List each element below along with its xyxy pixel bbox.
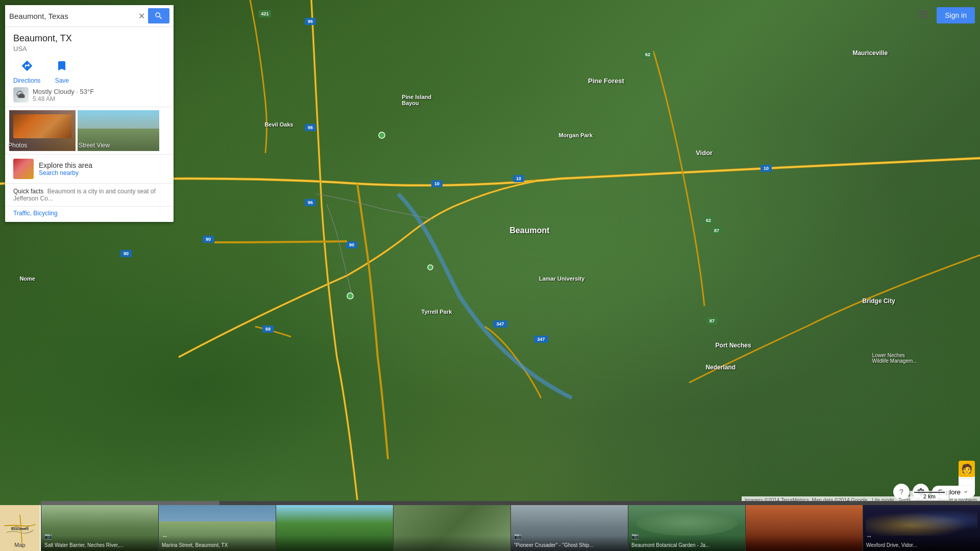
street-view-icon-8: ↔ <box>866 533 872 540</box>
explore-thumb <box>13 159 34 179</box>
scrollbar-thumb <box>41 501 219 505</box>
search-input[interactable] <box>9 12 138 20</box>
apps-button[interactable] <box>914 5 933 25</box>
photos-thumb[interactable]: Photos <box>5 110 76 151</box>
photos-strip: Photos Street View <box>5 107 174 154</box>
close-icon[interactable]: ✕ <box>138 11 145 21</box>
location-info: Beaumont, TX USA Directions Save <box>5 27 174 107</box>
explore-text: Explore this area Search nearby <box>39 161 92 177</box>
strip-item-4[interactable] <box>393 505 510 551</box>
directions-icon <box>18 57 36 75</box>
location-country: USA <box>13 45 165 53</box>
camera-icon-5: 📷 <box>514 533 522 540</box>
search-nearby-link[interactable]: Search nearby <box>39 169 92 177</box>
strip-label-8: Wexford Drive, Vidor... <box>866 542 978 548</box>
strip-item-1[interactable]: 📷 Salt Water Barrier, Neches River,... <box>41 505 158 551</box>
street-view-icon-2: ↔ <box>162 533 168 540</box>
quick-facts-label: Quick facts <box>13 188 43 195</box>
strip-label-5: "Pioneer Crusader" - "Ghost Ship... <box>514 542 626 548</box>
weather-condition: Mostly Cloudy · 53°F <box>33 88 94 95</box>
sign-in-button[interactable]: Sign in <box>937 7 975 23</box>
weather-icon: 🌥 <box>13 87 29 103</box>
photos-label: Photos <box>8 142 27 149</box>
strip-label-6: Beaumont Botanical Garden - Ja... <box>631 542 743 548</box>
strip-item-7[interactable] <box>745 505 863 551</box>
scale-bar: 2 km <box>910 491 949 501</box>
strip-label-1: Salt Water Barrier, Neches River,... <box>44 542 156 548</box>
save-icon <box>53 57 71 75</box>
bottom-scrollbar[interactable] <box>41 501 980 505</box>
camera-icon-1: 📷 <box>44 533 52 540</box>
scale-text: 2 km <box>923 493 936 499</box>
directions-button[interactable]: Directions <box>13 57 40 84</box>
svg-text:Beaumont: Beaumont <box>11 527 29 531</box>
weather-time: 5:48 AM <box>33 95 94 103</box>
chevron-down-icon <box>963 489 969 495</box>
pegman-button[interactable]: 🧑 <box>959 461 975 477</box>
location-actions: Directions Save <box>13 57 165 84</box>
quick-facts: Quick facts Beaumont is a city in and co… <box>5 183 174 206</box>
top-right-controls: Sign in <box>914 5 975 25</box>
explore-area[interactable]: Explore this area Search nearby <box>5 154 174 183</box>
street-view-label: Street View <box>79 142 110 149</box>
directions-label: Directions <box>13 77 40 84</box>
map-thumb-svg: Beaumont <box>2 510 38 546</box>
search-panel: ✕ Beaumont, TX USA Directions <box>5 5 174 222</box>
search-button[interactable] <box>148 8 169 23</box>
map-label: Map <box>14 542 25 548</box>
map-thumbnail[interactable]: Beaumont Map <box>0 505 41 551</box>
camera-icon-6: 📷 <box>631 533 639 540</box>
street-view-thumb[interactable]: Street View <box>76 110 163 151</box>
search-icon <box>154 11 163 20</box>
save-button[interactable]: Save <box>53 57 71 84</box>
location-name: Beaumont, TX <box>13 33 165 44</box>
search-bar: ✕ <box>5 5 174 27</box>
bottom-toolbar: Beaumont Map 📷 Salt Water Barrier, Neche… <box>0 505 980 551</box>
strip-item-5[interactable]: 📷 "Pioneer Crusader" - "Ghost Ship... <box>510 505 628 551</box>
weather-row: 🌥 Mostly Cloudy · 53°F 5:48 AM <box>13 87 165 103</box>
explore-title: Explore this area <box>39 161 92 169</box>
strip-item-8[interactable]: ↔ Wexford Drive, Vidor... <box>863 505 980 551</box>
strip-label-2: Marina Street, Beaumont, TX <box>162 542 274 548</box>
strip-item-6[interactable]: 📷 Beaumont Botanical Garden - Ja... <box>628 505 745 551</box>
strip-item-2[interactable]: ↔ Marina Street, Beaumont, TX <box>158 505 276 551</box>
strip-item-3[interactable] <box>276 505 393 551</box>
save-label: Save <box>55 77 69 84</box>
extra-links[interactable]: Traffic, Bicycling <box>5 206 174 222</box>
